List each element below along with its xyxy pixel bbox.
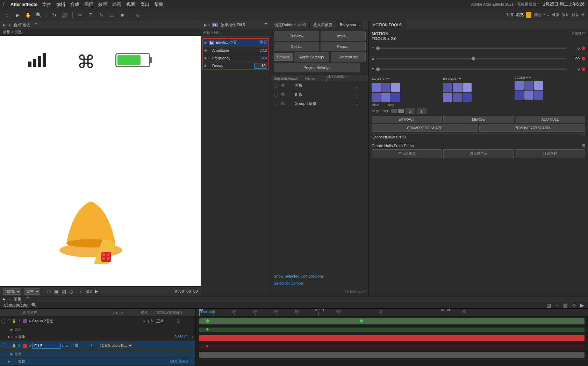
select-tool[interactable]: ▶	[13, 11, 22, 19]
clone-color-5[interactable]	[524, 91, 533, 100]
slider2-red[interactable]	[582, 57, 585, 60]
viewer-safe-btn[interactable]: ▣	[53, 288, 59, 295]
remove-artboard-btn[interactable]: REMOVE ARTBOARD	[479, 124, 586, 132]
dot-2[interactable]	[274, 93, 278, 97]
switch-m-1[interactable]: ◇	[147, 319, 150, 323]
viewer-canvas[interactable]: ⌘	[0, 36, 201, 286]
nulls-menu[interactable]: ☰	[582, 144, 585, 148]
menu-help[interactable]: 帮助	[154, 1, 163, 8]
layer-row-1[interactable]: 🔒 1 ▶ Group 2备份 ★ ◇ fx 正常 无	[0, 316, 195, 326]
viewer-channels-btn[interactable]: ◇	[68, 288, 74, 295]
about-link[interactable]: ABOUT	[572, 31, 585, 36]
camera-tool[interactable]: 🎥	[60, 11, 69, 19]
decay-input[interactable]	[254, 63, 267, 69]
mode-1[interactable]: 正常	[156, 318, 174, 324]
slider2-track[interactable]	[376, 58, 567, 59]
star-2[interactable]: ★	[29, 344, 32, 347]
menu-file[interactable]: 文件	[42, 1, 51, 8]
zoom-select[interactable]: 100%	[3, 288, 21, 295]
viewer-menu[interactable]: ☰	[34, 23, 38, 27]
refresh-list-btn[interactable]: Refresh list	[331, 52, 366, 62]
switch-star-1[interactable]: ★	[143, 319, 146, 323]
shape-tool[interactable]: ■	[118, 11, 127, 19]
dots-2[interactable]: ...	[355, 93, 366, 97]
sub-pos-2[interactable]: ▶ ○ ▱ 位置 84.0, 566.0 ○	[0, 358, 195, 365]
clone-tool[interactable]: □	[108, 11, 116, 19]
dot-1[interactable]	[274, 84, 278, 88]
effect-header-row[interactable]: ▶ fx Elastic: 位置 重置	[203, 39, 268, 46]
comp-list-row-3[interactable]: ⚙ Group 2备份 ...	[271, 99, 368, 108]
amplitude-value[interactable]: 20.0	[260, 48, 267, 52]
slider3-thumb[interactable]	[376, 67, 380, 71]
clone-color-2[interactable]	[524, 81, 533, 90]
effects-menu[interactable]: ☰	[264, 23, 268, 27]
home-tool[interactable]: ⌂	[3, 11, 11, 19]
gear-2[interactable]: ⚙	[281, 92, 288, 98]
slider1-thumb[interactable]	[376, 46, 380, 50]
elastic-color-4[interactable]	[372, 93, 381, 102]
sub-transform-1[interactable]: ▶ ○ ▱ 变换 Δ 360.0° ○	[0, 333, 195, 341]
tl-solo-btn[interactable]: ◇	[571, 302, 577, 308]
switch-m-2[interactable]: ◇	[62, 344, 65, 347]
elastic-color-5[interactable]	[381, 93, 390, 102]
mode-2[interactable]: 正常	[71, 343, 88, 348]
dot-3[interactable]	[274, 102, 278, 106]
tl-close[interactable]: ▶	[3, 297, 6, 301]
repo-btn[interactable]: Repo...	[321, 42, 366, 51]
bounce-color-6[interactable]	[462, 93, 472, 102]
solo-2[interactable]	[7, 344, 11, 348]
slider3-track[interactable]	[376, 69, 567, 70]
mt-tab-motion[interactable]: MOTION TOOLS	[369, 21, 406, 29]
learn-label[interactable]: 学	[581, 12, 585, 17]
expand-icon[interactable]: ▶	[205, 41, 207, 44]
tab-bodymove[interactable]: Bodymou...	[336, 21, 363, 29]
get-btn[interactable]: Get t...	[274, 42, 319, 51]
effect-reset[interactable]: 重置	[259, 40, 267, 45]
apple-icon[interactable]: 	[3, 1, 6, 8]
gear-3[interactable]: ⚙	[281, 101, 288, 107]
tl-cam-btn[interactable]: ▶	[579, 302, 585, 308]
bounce-color-5[interactable]	[453, 93, 462, 102]
bounce-color-4[interactable]	[443, 93, 452, 102]
name-input-2[interactable]	[33, 343, 60, 349]
bounce-color-2[interactable]	[453, 83, 462, 92]
lock-1[interactable]: 🔒	[12, 319, 16, 323]
layer-row-2[interactable]: 🔒 2 ★ ◇ fx 正常 无 1 b Group 2备...	[0, 341, 195, 351]
add-null-btn[interactable]: ADD NULL	[515, 116, 585, 123]
connect-menu[interactable]: ☰	[582, 135, 585, 139]
elastic-color-3[interactable]	[391, 83, 400, 92]
menu-view[interactable]: 视图	[126, 1, 135, 8]
zoom-tool[interactable]: 🔍	[34, 11, 43, 19]
tl-search-btn[interactable]: 🔍	[31, 302, 37, 308]
text-tool[interactable]: T	[87, 11, 95, 19]
viewer-grid-btn[interactable]: □	[46, 288, 52, 295]
clone-color-4[interactable]	[515, 91, 524, 100]
import-btn[interactable]: Impo...	[321, 31, 366, 41]
elastic-color-1[interactable]	[372, 83, 381, 92]
bounce-color-3[interactable]	[462, 83, 472, 92]
slider1-red[interactable]	[582, 46, 585, 50]
collapse-icon[interactable]: ▶	[205, 48, 207, 52]
viewer-ruler-btn[interactable]: ▤	[60, 288, 67, 295]
default-label[interactable]: 默认	[572, 12, 579, 17]
tl-toggle-btn[interactable]: ▤	[562, 302, 568, 308]
null-btn-2[interactable]: 点后接空白	[443, 149, 514, 158]
project-settings-btn[interactable]: Project Settings	[274, 63, 360, 72]
tl-motion-path[interactable]: ▫	[554, 302, 560, 308]
track-2[interactable]	[196, 333, 588, 343]
expand-t1[interactable]: ▶	[8, 335, 10, 339]
tl-menu[interactable]: ☰	[26, 297, 29, 301]
frequency-value[interactable]: 60.0	[260, 56, 267, 60]
solo-1[interactable]	[7, 319, 11, 323]
convert-shape-btn[interactable]: CONVERT TO SHAPE	[372, 124, 478, 132]
elastic-color-6[interactable]	[391, 93, 400, 102]
seq-icon-2[interactable]	[398, 109, 404, 113]
dots-1[interactable]: ...	[355, 84, 366, 88]
comp-list-row-1[interactable]: ⚙ 画板 ...	[271, 81, 368, 90]
null-btn-3[interactable]: 追踪路径	[515, 149, 585, 158]
quality-select[interactable]: 完整	[24, 288, 40, 295]
switch-fx-1[interactable]: fx	[151, 319, 153, 323]
apply-settings-btn[interactable]: Apply Settings	[294, 52, 329, 62]
clone-color-3[interactable]	[534, 81, 543, 90]
menu-edit[interactable]: 编辑	[56, 1, 65, 8]
